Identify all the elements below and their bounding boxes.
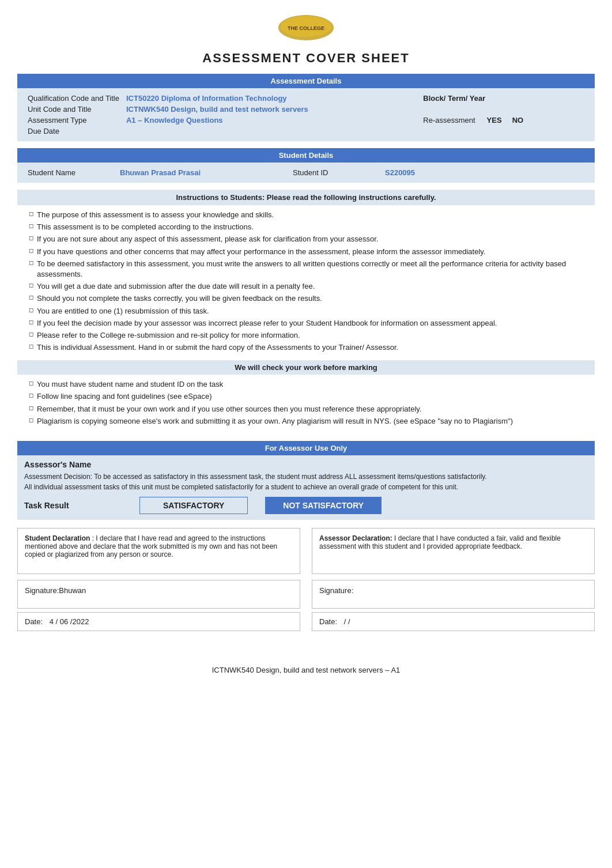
student-details-body: Student Name Bhuwan Prasad Prasai Studen…	[17, 163, 595, 183]
qualification-label: Qualification Code and Title	[24, 93, 123, 104]
satisfactory-button[interactable]: SATISFACTORY	[139, 497, 248, 514]
assessment-details-table: Qualification Code and Title ICT50220 Di…	[24, 93, 588, 137]
assessor-decision-text2: All individual assessment tasks of this …	[24, 483, 588, 491]
instruction-item-5: To be deemed satisfactory in this assess…	[29, 259, 589, 280]
student-date-label: Date:	[25, 617, 43, 626]
not-satisfactory-button[interactable]: NOT SATISFACTORY	[265, 497, 381, 514]
assessment-type-label: Assessment Type	[24, 115, 123, 126]
instruction-item-3: If you are not sure about any aspect of …	[29, 234, 589, 244]
instruction-item-10: Please refer to the College re-submissio…	[29, 330, 589, 341]
unit-label: Unit Code and Title	[24, 104, 123, 115]
unit-row: Unit Code and Title ICTNWK540 Design, bu…	[24, 104, 588, 115]
signature-row: Signature:Bhuwan Signature:	[17, 580, 595, 609]
assessor-section-header: For Assessor Use Only	[17, 441, 595, 455]
assessment-type-row: Assessment Type A1 – Knowledge Questions…	[24, 115, 588, 126]
due-date-label: Due Date	[24, 126, 123, 137]
institution-logo: THE COLLEGE	[271, 12, 341, 43]
sub-instruction-2: Follow line spacing and font guidelines …	[29, 391, 589, 402]
student-declaration-title: Student Declaration	[25, 534, 92, 542]
task-result-row: Task Result SATISFACTORY NOT SATISFACTOR…	[24, 497, 588, 514]
sub-instructions-list: You must have student name and student I…	[17, 377, 595, 431]
assessment-type-value: A1 – Knowledge Questions	[123, 115, 411, 126]
qualification-row: Qualification Code and Title ICT50220 Di…	[24, 93, 588, 104]
assessor-date-box: Date: / /	[312, 612, 595, 631]
assessor-declaration-box: Assessor Declaration: I declare that I h…	[312, 528, 595, 574]
student-name-label: Student Name	[24, 167, 116, 178]
svg-text:THE COLLEGE: THE COLLEGE	[288, 25, 324, 31]
student-name-row: Student Name Bhuwan Prasad Prasai Studen…	[24, 167, 588, 178]
instructions-header: Instructions to Students: Please read th…	[17, 190, 595, 205]
task-result-label: Task Result	[24, 501, 139, 510]
assessor-signature-box: Signature:	[312, 580, 595, 609]
re-assessment-label: Re-assessment	[423, 116, 475, 124]
student-details-header: Student Details	[17, 148, 595, 163]
sub-instruction-1: You must have student name and student I…	[29, 379, 589, 390]
assessor-signature-label: Signature:	[319, 586, 353, 595]
assessor-decision-text1: Assessment Decision: To be accessed as s…	[24, 473, 588, 481]
no-label: NO	[512, 116, 524, 124]
instruction-item-7: Should you not complete the tasks correc…	[29, 293, 589, 304]
student-id-value: S220095	[381, 167, 588, 178]
student-declaration-box: Student Declaration : I declare that I h…	[17, 528, 300, 574]
instruction-item-2: This assessment is to be completed accor…	[29, 222, 589, 232]
qualification-value: ICT50220 Diploma of Information Technolo…	[123, 93, 411, 104]
re-assessment-area: Re-assessment YES NO	[411, 115, 588, 126]
instruction-item-1: The purpose of this assessment is to ass…	[29, 210, 589, 220]
student-signature-box: Signature:Bhuwan	[17, 580, 300, 609]
student-signature-label: Signature:Bhuwan	[25, 586, 86, 595]
unit-value: ICTNWK540 Design, build and test network…	[123, 104, 411, 115]
declaration-row: Student Declaration : I declare that I h…	[17, 528, 595, 574]
student-date-value: 4 / 06 /2022	[50, 617, 89, 626]
page-title: ASSESSMENT COVER SHEET	[17, 51, 595, 66]
assessor-declaration-title: Assessor Declaration:	[319, 534, 394, 542]
student-name-value: Bhuwan Prasad Prasai	[116, 167, 289, 178]
instruction-item-9: If you feel the decision made by your as…	[29, 318, 589, 329]
block-term-label: Block/ Term/ Year	[411, 93, 588, 104]
assessment-details-header: Assessment Details	[17, 74, 595, 88]
student-id-label: Student ID	[289, 167, 381, 178]
yes-label: YES	[487, 116, 502, 124]
instruction-item-8: You are entitled to one (1) resubmission…	[29, 306, 589, 316]
assessor-date-value: / /	[344, 617, 350, 626]
assessor-name-label: Assessor's Name	[24, 460, 588, 469]
assessment-details-body: Qualification Code and Title ICT50220 Di…	[17, 88, 595, 141]
sub-instruction-4: Plagiarism is copying someone else's wor…	[29, 416, 589, 427]
date-row: Date: 4 / 06 /2022 Date: / /	[17, 612, 595, 631]
instruction-item-6: You will get a due date and submission a…	[29, 281, 589, 292]
student-details-table: Student Name Bhuwan Prasad Prasai Studen…	[24, 167, 588, 178]
assessor-section-body: Assessor's Name Assessment Decision: To …	[17, 455, 595, 520]
assessor-date-label: Date:	[319, 617, 337, 626]
instructions-list: The purpose of this assessment is to ass…	[17, 207, 595, 357]
sub-instruction-3: Remember, that it must be your own work …	[29, 404, 589, 414]
due-date-row: Due Date	[24, 126, 588, 137]
logo-area: THE COLLEGE	[17, 12, 595, 45]
instruction-item-11: This is individual Assessment. Hand in o…	[29, 342, 589, 353]
student-date-box: Date: 4 / 06 /2022	[17, 612, 300, 631]
instruction-item-4: If you have questions and other concerns…	[29, 247, 589, 257]
footer-text: ICTNWK540 Design, build and test network…	[17, 666, 595, 674]
sub-header-marking: We will check your work before marking	[17, 360, 595, 375]
